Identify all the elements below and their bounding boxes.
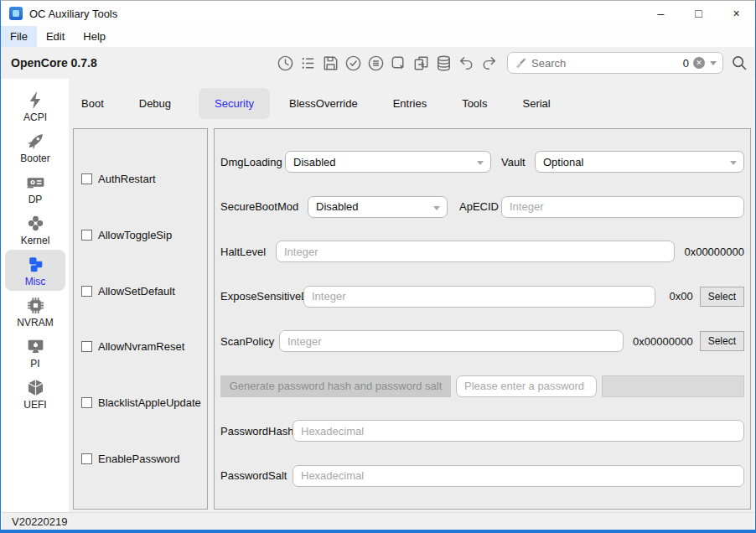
exposesensitivedata-label: ExposeSensitiveDat	[220, 290, 303, 303]
sidebar-item-dp[interactable]: DP	[5, 168, 65, 209]
sidebar-item-pi[interactable]: PI	[5, 332, 65, 373]
dmgloading-label: DmgLoading	[220, 156, 285, 168]
menubar: File Edit Help	[1, 26, 755, 47]
sidebar-item-nvram[interactable]: NVRAM	[5, 291, 65, 332]
password-input[interactable]	[456, 375, 597, 397]
passwordhash-label: PasswordHash	[220, 425, 293, 437]
tab-boot[interactable]: Boot	[81, 88, 104, 119]
menu-help[interactable]: Help	[74, 26, 115, 47]
redo-icon	[479, 54, 499, 73]
scanpolicy-hex-value: 0x00000000	[631, 335, 693, 348]
security-form-panel: DmgLoading Disabled Vault Optional Secur…	[214, 128, 751, 510]
scanpolicy-select-button[interactable]: Select	[700, 331, 744, 351]
haltlevel-label: HaltLevel	[220, 246, 276, 258]
import-export-icon	[412, 54, 431, 73]
search-input[interactable]	[531, 57, 683, 70]
checkbox-allowsetdefault[interactable]: AllowSetDefault	[81, 285, 207, 298]
undo-button[interactable]	[455, 52, 478, 75]
vault-select[interactable]: Optional	[535, 151, 744, 173]
clear-icon[interactable]: ✕	[693, 57, 705, 69]
blocks-icon	[25, 254, 46, 275]
haltlevel-hex-value: 0x00000000	[682, 246, 744, 258]
tab-debug[interactable]: Debug	[139, 88, 171, 119]
close-button[interactable]: ×	[717, 1, 755, 26]
validate-button[interactable]	[342, 52, 365, 75]
apecid-label: ApECID	[459, 200, 501, 213]
chevron-down-icon	[433, 206, 440, 210]
password-result-box	[602, 375, 744, 397]
security-checkbox-panel: AuthRestart AllowToggleSip AllowSetDefau…	[73, 128, 208, 510]
sidebar: ACPI Booter DP	[2, 79, 69, 512]
sidebar-item-kernel[interactable]: Kernel	[5, 209, 65, 250]
checkbox-allownvramreset[interactable]: AllowNvramReset	[81, 340, 207, 353]
search-box[interactable]: 0 ✕	[507, 52, 723, 74]
checkbox-box[interactable]	[81, 397, 92, 408]
brush-icon	[514, 57, 526, 70]
disk-tools-button[interactable]	[387, 52, 410, 75]
save-button[interactable]	[319, 52, 342, 75]
window-title: OC Auxiliary Tools	[29, 8, 117, 20]
exposesensitivedata-select-button[interactable]: Select	[700, 287, 744, 307]
securebootmodel-select[interactable]: Disabled	[308, 196, 448, 218]
apecid-input[interactable]	[501, 196, 744, 218]
tab-tools[interactable]: Tools	[462, 88, 487, 119]
scanpolicy-input[interactable]	[279, 330, 624, 352]
history-button[interactable]	[274, 52, 297, 75]
main-area: ACPI Booter DP	[2, 79, 754, 512]
database-button[interactable]	[432, 52, 455, 75]
statusbar: V20220219	[2, 512, 754, 530]
dmgloading-select[interactable]: Disabled	[285, 151, 491, 173]
redo-button[interactable]	[478, 52, 500, 75]
sidebar-item-misc[interactable]: Misc	[5, 250, 65, 291]
checkbox-authrestart[interactable]: AuthRestart	[81, 173, 207, 185]
checklist-icon	[298, 54, 318, 73]
chevron-down-icon	[730, 161, 737, 165]
passwordhash-input[interactable]	[293, 420, 744, 442]
exposesensitivedata-hex-value: 0x00	[663, 290, 693, 303]
generate-password-hash-button[interactable]: Generate password hash and password salt	[220, 375, 451, 397]
menu-edit[interactable]: Edit	[37, 26, 74, 47]
sidebar-item-booter[interactable]: Booter	[5, 127, 65, 168]
tab-serial[interactable]: Serial	[523, 88, 551, 119]
check-circle-icon	[344, 54, 363, 73]
titlebar: OC Auxiliary Tools – □ ×	[1, 1, 755, 26]
display-apple-icon	[25, 336, 46, 357]
oc-validate-button[interactable]	[365, 52, 387, 75]
search-result-count: 0	[683, 57, 689, 70]
chevron-down-icon[interactable]	[710, 61, 717, 65]
maximize-button[interactable]: □	[680, 1, 717, 26]
checklist-button[interactable]	[297, 52, 319, 75]
haltlevel-input[interactable]	[276, 241, 675, 262]
import-export-button[interactable]	[410, 52, 432, 75]
chevron-down-icon	[477, 161, 484, 165]
checkbox-allowtogglesip[interactable]: AllowToggleSip	[81, 229, 207, 241]
checkbox-box[interactable]	[81, 173, 92, 184]
sidebar-item-acpi[interactable]: ACPI	[5, 85, 65, 127]
tab-security[interactable]: Security	[199, 88, 270, 119]
sidebar-item-uefi[interactable]: UEFI	[5, 373, 65, 414]
checkbox-box[interactable]	[81, 341, 92, 352]
scanpolicy-label: ScanPolicy	[220, 335, 279, 348]
minimize-button[interactable]: –	[642, 1, 680, 26]
tab-entries[interactable]: Entries	[393, 88, 427, 119]
exposesensitivedata-input[interactable]	[303, 286, 655, 308]
vault-label: Vault	[501, 156, 535, 168]
checkbox-enablepassword[interactable]: EnablePassword	[81, 453, 207, 465]
checkbox-box[interactable]	[81, 286, 92, 297]
search-button[interactable]	[727, 50, 752, 75]
chip-icon	[25, 295, 46, 316]
content-area: Boot Debug Security BlessOverride Entrie…	[69, 79, 754, 512]
lightning-icon	[25, 90, 46, 111]
checkbox-box[interactable]	[81, 230, 92, 241]
opencore-version-label: OpenCore 0.7.8	[11, 56, 97, 70]
app-version-label: V20220219	[12, 515, 68, 528]
rocket-icon	[25, 131, 46, 152]
search-icon	[730, 54, 748, 72]
ordered-list-circle-icon	[366, 54, 386, 73]
checkbox-blacklistappleupdate[interactable]: BlacklistAppleUpdate	[81, 396, 207, 409]
tab-blessoverride[interactable]: BlessOverride	[289, 88, 358, 119]
checkbox-box[interactable]	[81, 453, 92, 464]
menu-file[interactable]: File	[1, 26, 37, 47]
securebootmodel-label: SecureBootMod	[220, 200, 308, 213]
passwordsalt-input[interactable]	[293, 465, 744, 487]
